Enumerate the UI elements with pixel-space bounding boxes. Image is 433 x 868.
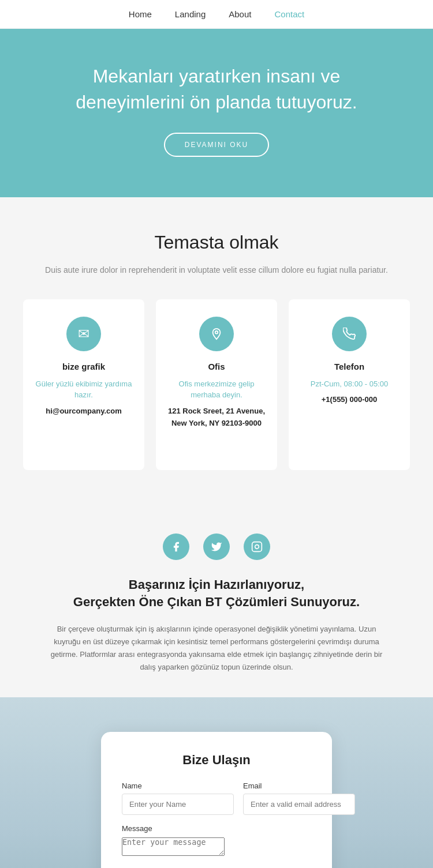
- card-phone-teal: Pzt-Cum, 08:00 - 05:00: [300, 378, 398, 390]
- card-email-detail: hi@ourcompany.com: [35, 405, 133, 418]
- svg-rect-1: [252, 542, 262, 551]
- email-input[interactable]: [243, 794, 355, 815]
- message-label: Message: [122, 824, 311, 833]
- name-label: Name: [122, 781, 234, 790]
- social-description: Bir çerçeve oluşturmak için iş akışların…: [46, 623, 387, 674]
- hero-button[interactable]: DEVAMINI OKU: [164, 133, 269, 157]
- card-office-title: Ofis: [167, 362, 266, 371]
- card-phone: Telefon Pzt-Cum, 08:00 - 05:00 +1(555) 0…: [289, 299, 410, 470]
- name-group: Name: [122, 781, 234, 815]
- card-phone-title: Telefon: [300, 362, 398, 371]
- hero-title: Mekanları yaratırken insanı ve deneyimle…: [46, 63, 387, 115]
- email-label: Email: [243, 781, 355, 790]
- name-input[interactable]: [122, 794, 234, 815]
- svg-point-0: [215, 331, 218, 334]
- hero-section: Mekanları yaratırken insanı ve deneyimle…: [0, 29, 433, 197]
- phone-icon: [332, 317, 367, 351]
- form-name-email-row: Name Email: [122, 781, 311, 815]
- location-icon: [199, 317, 234, 351]
- contact-description: Duis aute irure dolor in reprehenderit i…: [23, 264, 410, 276]
- social-heading: Başarınız İçin Hazırlanıyoruz,Gerçekten …: [46, 576, 387, 612]
- nav-contact[interactable]: Contact: [274, 9, 304, 19]
- nav-home[interactable]: Home: [129, 9, 152, 19]
- twitter-icon[interactable]: [203, 533, 230, 560]
- message-group: Message: [122, 824, 311, 858]
- instagram-icon[interactable]: [244, 533, 270, 560]
- social-section: Başarınız İçin Hazırlanıyoruz,Gerçekten …: [0, 505, 433, 697]
- form-heading: Bize Ulaşın: [122, 753, 311, 768]
- contact-section: Temasta olmak Duis aute irure dolor in r…: [0, 197, 433, 505]
- contact-form-card: Bize Ulaşın Name Email Message Gallery: [101, 732, 332, 868]
- city-form-section: Bize Ulaşın Name Email Message Gallery: [0, 697, 433, 868]
- message-input[interactable]: [122, 837, 225, 856]
- nav-landing[interactable]: Landing: [175, 9, 206, 19]
- card-email-title: bize grafik: [35, 362, 133, 371]
- facebook-icon[interactable]: [163, 533, 189, 560]
- card-office-teal: Ofis merkezimize gelip merhaba deyin.: [167, 378, 266, 401]
- card-email-teal: Güler yüzlü ekibimiz yardıma hazır.: [35, 378, 133, 401]
- navigation: Home Landing About Contact: [0, 0, 433, 29]
- card-office: Ofis Ofis merkezimize gelip merhaba deyi…: [156, 299, 277, 470]
- email-icon: ✉: [66, 317, 101, 351]
- contact-cards: ✉ bize grafik Güler yüzlü ekibimiz yardı…: [23, 299, 410, 470]
- contact-heading: Temasta olmak: [23, 232, 410, 253]
- nav-about[interactable]: About: [229, 9, 251, 19]
- card-office-detail: 121 Rock Sreet, 21 Avenue,New York, NY 9…: [167, 405, 266, 430]
- card-phone-detail: +1(555) 000-000: [300, 394, 398, 406]
- social-icons-row: [46, 533, 387, 560]
- card-email: ✉ bize grafik Güler yüzlü ekibimiz yardı…: [23, 299, 144, 470]
- email-group: Email: [243, 781, 355, 815]
